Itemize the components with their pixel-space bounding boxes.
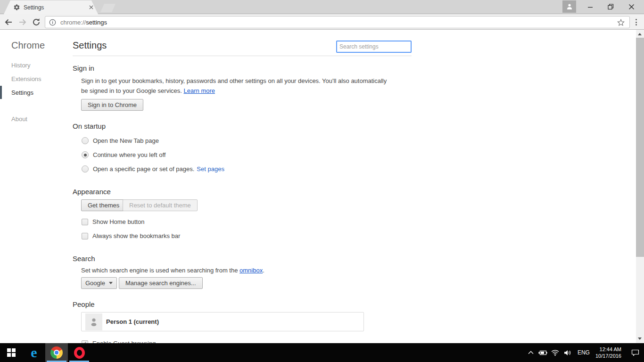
learn-more-link[interactable]: Learn more	[184, 87, 215, 94]
enable-guest-browsing-row[interactable]: ✓ Enable Guest browsing	[82, 340, 156, 343]
page-title: Settings	[73, 40, 107, 51]
person-name: Person 1 (current)	[106, 318, 159, 325]
minimize-icon	[587, 4, 593, 10]
sidebar-item-settings[interactable]: Settings	[11, 89, 33, 96]
windows-logo-icon	[7, 348, 16, 357]
gear-icon	[13, 4, 20, 11]
restore-button[interactable]	[600, 0, 621, 14]
language-indicator[interactable]: ENG	[574, 349, 594, 356]
url-path: settings	[86, 19, 107, 26]
tab-title: Settings	[24, 4, 44, 11]
bookmarks-bar-row[interactable]: Always show the bookmarks bar	[82, 232, 180, 239]
radio-checked-icon[interactable]	[82, 151, 89, 158]
scroll-down-icon[interactable]	[638, 337, 642, 340]
profile-avatar-button[interactable]	[562, 0, 576, 13]
scrollbar-thumb[interactable]	[636, 38, 644, 257]
chevron-up-icon	[528, 351, 534, 354]
sidebar-selected-indicator	[0, 86, 2, 99]
sidebar-item-history[interactable]: History	[11, 62, 30, 69]
browser-menu-button[interactable]	[635, 18, 637, 26]
battery-charging-icon	[538, 350, 547, 355]
person-icon	[566, 3, 573, 10]
browser-toolbar: chrome://settings	[0, 14, 644, 30]
taskbar-chrome-button[interactable]	[45, 343, 68, 362]
windows-taskbar: e ENG 12:44 AM 10/17	[0, 343, 644, 362]
signin-text-line2: be signed in to your Google services. Le…	[81, 87, 215, 94]
startup-option-continue[interactable]: Continue where you left off	[82, 151, 165, 158]
reset-theme-button[interactable]: Reset to default theme	[123, 199, 198, 211]
opera-icon	[74, 347, 85, 359]
omnibox-link[interactable]: omnibox	[239, 267, 263, 274]
startup-option-specific-pages[interactable]: Open a specific page or set of pages. Se…	[82, 165, 224, 173]
forward-icon	[18, 18, 27, 26]
reload-button[interactable]	[31, 17, 41, 27]
clock[interactable]: 12:44 AM 10/17/2016	[594, 346, 626, 359]
tray-chevron-button[interactable]	[525, 343, 537, 362]
tab-close-icon[interactable]	[89, 5, 94, 10]
close-button[interactable]	[621, 0, 642, 14]
chevron-down-icon	[109, 282, 113, 284]
action-center-icon	[631, 349, 639, 356]
person-avatar	[85, 313, 102, 330]
show-home-button-row[interactable]: Show Home button	[82, 218, 145, 225]
close-icon	[628, 4, 635, 10]
startup-option-newtab[interactable]: Open the New Tab page	[82, 137, 159, 144]
speaker-icon	[564, 350, 571, 356]
bookmark-star-icon[interactable]	[617, 19, 625, 26]
titlebar: Settings	[0, 0, 644, 14]
sidebar-item-extensions[interactable]: Extensions	[11, 75, 41, 82]
tray-battery-button[interactable]	[537, 343, 549, 362]
search-settings-input[interactable]	[336, 41, 412, 53]
reload-icon	[32, 18, 41, 26]
person-list-item[interactable]: Person 1 (current)	[81, 312, 364, 331]
start-button[interactable]	[0, 343, 23, 362]
header-divider	[73, 56, 412, 56]
on-startup-heading: On startup	[73, 122, 106, 130]
sidebar-item-about[interactable]: About	[11, 115, 27, 123]
desktop: Settings chrome://settings	[0, 0, 644, 362]
back-icon	[4, 18, 13, 26]
page-info-icon[interactable]	[49, 19, 56, 26]
action-center-button[interactable]	[626, 343, 644, 362]
signin-text-line1: Sign in to get your bookmarks, history, …	[81, 77, 387, 84]
page-scrollbar[interactable]	[636, 30, 644, 343]
back-button[interactable]	[3, 17, 14, 27]
search-engine-select[interactable]: Google	[81, 277, 117, 289]
person-icon	[88, 316, 99, 328]
checkbox-unchecked-icon[interactable]	[82, 219, 88, 225]
tab-settings[interactable]: Settings	[4, 0, 98, 14]
chrome-icon	[50, 346, 63, 359]
chrome-product-title: Chrome	[11, 40, 45, 51]
scroll-up-icon[interactable]	[638, 33, 642, 35]
set-pages-link[interactable]: Set pages	[197, 165, 224, 173]
new-tab-button[interactable]	[100, 4, 116, 12]
tray-network-button[interactable]	[549, 343, 561, 362]
search-heading: Search	[73, 255, 95, 263]
manage-search-engines-button[interactable]: Manage search engines...	[119, 277, 203, 289]
edge-icon: e	[31, 346, 37, 360]
taskbar-edge-button[interactable]: e	[23, 343, 45, 362]
taskbar-opera-button[interactable]	[68, 343, 91, 362]
minimize-button[interactable]	[579, 0, 601, 14]
forward-button[interactable]	[17, 17, 28, 27]
signin-heading: Sign in	[73, 64, 94, 72]
people-heading: People	[73, 300, 95, 308]
address-bar[interactable]: chrome://settings	[45, 16, 630, 28]
system-tray: ENG 12:44 AM 10/17/2016	[525, 343, 644, 362]
appearance-heading: Appearance	[73, 188, 111, 196]
radio-unchecked-icon[interactable]	[82, 137, 89, 144]
clock-date: 10/17/2016	[595, 353, 621, 359]
clock-time: 12:44 AM	[595, 346, 621, 353]
sign-in-to-chrome-button[interactable]: Sign in to Chrome	[81, 99, 143, 111]
search-description: Set which search engine is used when sea…	[81, 267, 264, 274]
restore-icon	[608, 4, 614, 10]
get-themes-button[interactable]: Get themes	[81, 199, 126, 211]
radio-unchecked-icon[interactable]	[82, 165, 89, 173]
url-text: chrome://settings	[60, 19, 107, 26]
checkbox-unchecked-icon[interactable]	[82, 233, 88, 239]
wifi-icon	[551, 350, 559, 356]
tray-volume-button[interactable]	[561, 343, 574, 362]
url-scheme: chrome://	[60, 19, 86, 26]
settings-page: Chrome History Extensions Settings About…	[0, 30, 644, 343]
